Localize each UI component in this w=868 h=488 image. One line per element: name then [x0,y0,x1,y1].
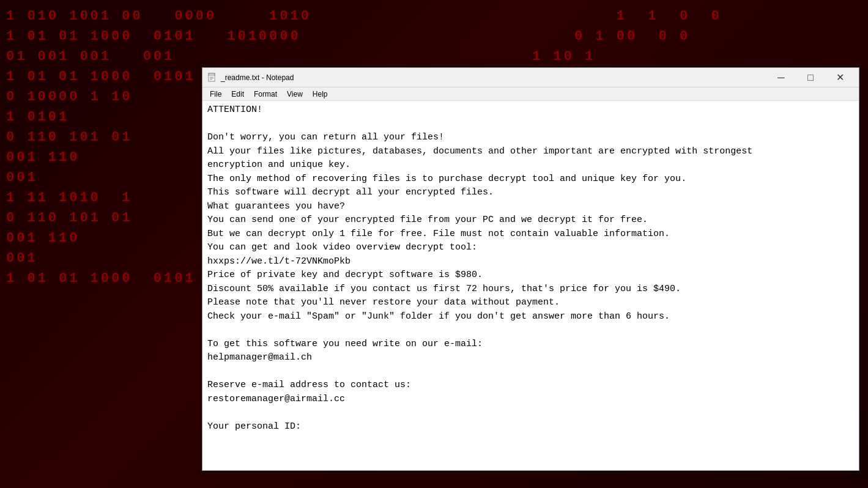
maximize-button[interactable]: □ [796,68,825,87]
menu-format[interactable]: Format [249,89,282,100]
window-controls: ─ □ ✕ [767,68,854,87]
menu-file[interactable]: File [205,89,226,100]
close-button[interactable]: ✕ [826,68,854,87]
notepad-window: _readme.txt - Notepad ─ □ ✕ File Edit Fo… [202,67,859,471]
notepad-icon [207,73,217,83]
notepad-text-area[interactable] [202,101,859,470]
window-title: _readme.txt - Notepad [221,73,767,82]
menu-edit[interactable]: Edit [226,89,249,100]
titlebar: _readme.txt - Notepad ─ □ ✕ [202,68,859,87]
menubar: File Edit Format View Help [202,87,859,101]
svg-rect-1 [209,73,215,75]
menu-help[interactable]: Help [308,89,333,100]
menu-view[interactable]: View [282,89,308,100]
minimize-button[interactable]: ─ [767,68,795,87]
